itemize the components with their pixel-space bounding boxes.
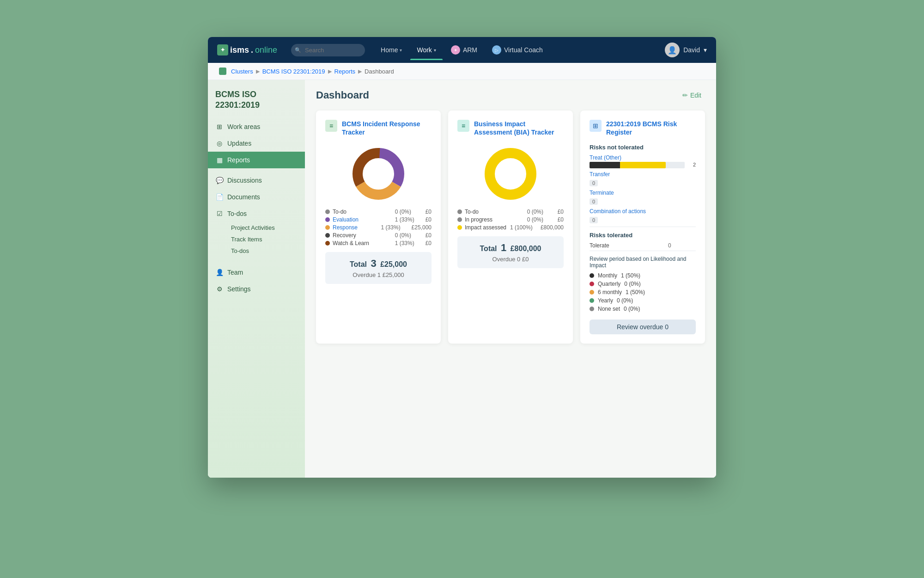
risk-transfer-count: 0	[590, 180, 598, 186]
breadcrumb-sep-2: ▶	[328, 68, 332, 74]
legend-item: To-do 0 (0%) £0	[325, 209, 432, 215]
noneset-label: None set	[598, 306, 620, 312]
6monthly-dot	[590, 290, 594, 295]
sidebar-settings-label: Settings	[227, 285, 251, 293]
risks-tolerated-label: Risks tolerated	[590, 232, 696, 239]
arm-icon: ✦	[451, 45, 460, 55]
tolerate-row: Tolerate 0	[590, 242, 696, 249]
nav-home[interactable]: Home ▾	[374, 43, 408, 56]
user-menu[interactable]: 👤 David ▾	[665, 43, 707, 57]
card3-title[interactable]: 22301:2019 BCMS Risk Register	[606, 120, 696, 136]
app-logo[interactable]: ✦ isms.online	[217, 44, 277, 55]
review-monthly: Monthly 1 (50%)	[590, 272, 696, 279]
breadcrumb-dashboard: Dashboard	[365, 68, 394, 75]
sidebar-item-updates[interactable]: ◎ Updates	[208, 135, 305, 152]
legend-dot	[325, 233, 330, 238]
risk-transfer-label[interactable]: Transfer	[590, 171, 696, 178]
breadcrumb: Clusters ▶ BCMS ISO 22301:2019 ▶ Reports…	[208, 63, 716, 80]
risk-combination-count: 0	[590, 217, 598, 223]
team-icon: 👤	[215, 268, 224, 277]
sidebar-updates-label: Updates	[227, 140, 251, 147]
user-arrow: ▾	[704, 46, 707, 54]
review-quarterly: Quarterly 0 (0%)	[590, 281, 696, 287]
sidebar-title: BCMS ISO 22301:2019	[208, 89, 305, 118]
card-risk-register: ⊞ 22301:2019 BCMS Risk Register Risks no…	[580, 111, 705, 344]
card2-title[interactable]: Business Impact Assessment (BIA) Tracker	[474, 120, 564, 136]
monthly-label: Monthly	[598, 272, 617, 279]
main-layout: BCMS ISO 22301:2019 ⊞ Work areas ◎ Updat…	[208, 80, 716, 478]
legend-item: Recovery 0 (0%) £0	[325, 232, 432, 239]
vc-label: Virtual Coach	[504, 46, 543, 54]
monthly-dot	[590, 273, 594, 278]
sidebar-item-team[interactable]: 👤 Team	[208, 264, 305, 281]
card2-total-count: 1	[501, 242, 506, 253]
sidebar-todos-sub[interactable]: To-dos	[227, 245, 305, 257]
card1-legend: To-do 0 (0%) £0 Evaluation 1 (33%) £0	[325, 209, 432, 246]
discussions-icon: 💬	[215, 176, 224, 184]
pencil-icon: ✏	[682, 92, 688, 99]
sidebar-reports-label: Reports	[227, 156, 250, 164]
sidebar-sub-items: Project Activities Track Items To-dos	[208, 222, 305, 257]
review-period-label: Review period based on Likelihood and Im…	[590, 256, 696, 269]
legend-item: In progress 0 (0%) £0	[457, 216, 564, 223]
risk-terminate-label[interactable]: Terminate	[590, 190, 696, 196]
breadcrumb-clusters[interactable]: Clusters	[231, 68, 253, 75]
risk-combination-label[interactable]: Combination of actions	[590, 208, 696, 215]
breadcrumb-sep-3: ▶	[358, 68, 362, 74]
breadcrumb-reports[interactable]: Reports	[334, 68, 356, 75]
logo-icon: ✦	[217, 44, 228, 55]
card2-total: Total 1 £800,000 Overdue 0 £0	[457, 236, 564, 268]
breadcrumb-sep-1: ▶	[256, 68, 260, 74]
review-overdue-button[interactable]: Review overdue 0	[590, 320, 696, 334]
quarterly-label: Quarterly	[598, 281, 620, 287]
risk-treat-label[interactable]: Treat (Other)	[590, 154, 696, 161]
card1-total: Total 3 £25,000 Overdue 1 £25,000	[325, 252, 432, 284]
review-6monthly: 6 monthly 1 (50%)	[590, 289, 696, 295]
sidebar-team-label: Team	[227, 269, 243, 276]
legend-dot	[457, 225, 462, 230]
sidebar-item-discussions[interactable]: 💬 Discussions	[208, 172, 305, 189]
sidebar-track-items[interactable]: Track Items	[227, 234, 305, 245]
documents-icon: 📄	[215, 193, 224, 201]
breadcrumb-bcms[interactable]: BCMS ISO 22301:2019	[262, 68, 325, 75]
risk-row-terminate: Terminate 0	[590, 190, 696, 205]
svg-point-3	[490, 153, 531, 195]
breadcrumb-icon	[219, 68, 226, 75]
sidebar-item-settings[interactable]: ⚙ Settings	[208, 281, 305, 297]
sidebar-item-documents[interactable]: 📄 Documents	[208, 189, 305, 205]
review-period: Review period based on Likelihood and Im…	[590, 256, 696, 312]
edit-label: Edit	[690, 92, 701, 99]
nav-virtual-coach[interactable]: ▷ Virtual Coach	[486, 43, 549, 57]
sidebar-project-activities[interactable]: Project Activities	[227, 222, 305, 234]
6monthly-value: 1 (50%)	[626, 289, 645, 295]
card2-legend: To-do 0 (0%) £0 In progress 0 (0%) £0	[457, 209, 564, 231]
card2-icon: ≡	[457, 120, 469, 132]
card2-header: ≡ Business Impact Assessment (BIA) Track…	[457, 120, 564, 136]
sidebar-todos-label: To-dos	[227, 210, 247, 217]
work-arrow: ▾	[434, 48, 436, 53]
divider-2	[590, 251, 696, 251]
cards-grid: ≡ BCMS Incident Response Tracker	[316, 111, 705, 344]
search-input[interactable]	[291, 44, 365, 56]
sidebar-workareas-label: Work areas	[227, 123, 260, 130]
logo-isms: isms	[230, 45, 249, 55]
logo-dot: .	[251, 45, 253, 55]
card1-donut	[325, 144, 432, 204]
sidebar-item-todos[interactable]: ☑ To-dos	[208, 205, 305, 222]
legend-dot	[325, 217, 330, 222]
search-wrap[interactable]	[291, 44, 365, 56]
nav-work[interactable]: Work ▾	[410, 43, 442, 56]
nav-arm[interactable]: ✦ ARM	[444, 43, 484, 57]
edit-button[interactable]: ✏ Edit	[679, 90, 705, 101]
risk-bar-track	[590, 162, 685, 168]
legend-dot	[325, 225, 330, 230]
settings-icon: ⚙	[215, 285, 224, 293]
legend-dot	[457, 209, 462, 214]
sidebar-item-workareas[interactable]: ⊞ Work areas	[208, 118, 305, 135]
review-overdue-count: 0	[665, 323, 669, 331]
main-content: Dashboard ✏ Edit ≡ BCMS Incident Respons…	[305, 80, 716, 478]
sidebar-item-reports[interactable]: ▦ Reports	[208, 152, 305, 168]
card1-title[interactable]: BCMS Incident Response Tracker	[342, 120, 432, 136]
card3-header: ⊞ 22301:2019 BCMS Risk Register	[590, 120, 696, 136]
card1-total-count: 3	[371, 258, 376, 269]
